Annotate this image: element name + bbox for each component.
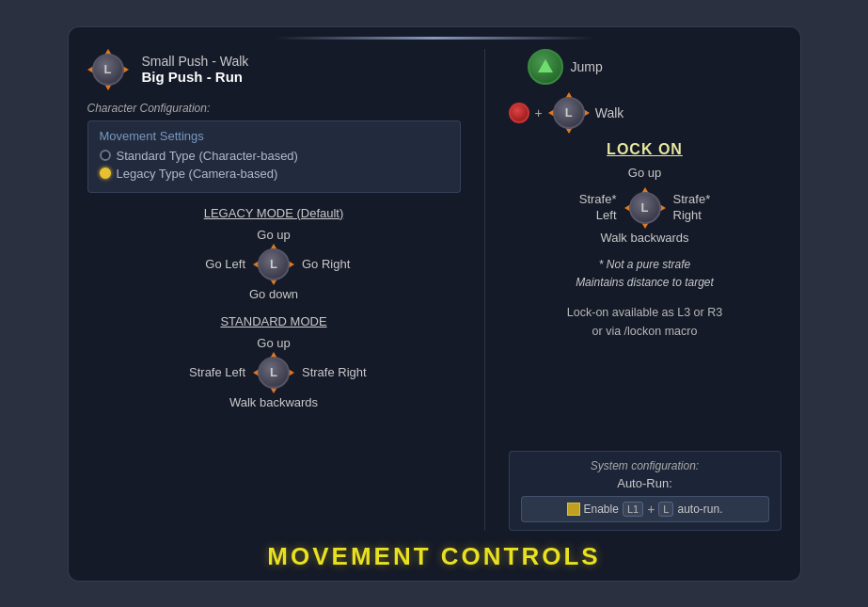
standard-down-row: Walk backwards [229,395,318,409]
auto-run-final-label: auto-run. [677,503,722,516]
lock-strafe-left: Strafe* Left [560,192,617,224]
triangle-icon [538,59,553,72]
stick-icon-standard: L [253,352,294,393]
auto-run-row: Enable L1 + L auto-run. [521,496,769,522]
lock-down-row: Walk backwards [600,231,688,245]
standard-dpad: Go up Strafe Left L St [87,336,461,409]
standard-strafe-left: Strafe Left [180,365,245,379]
jump-button-icon [528,49,563,85]
main-content: L Small Push - Walk Big Push - Run Chara… [69,49,800,531]
legacy-up-row: Go up [257,228,290,242]
main-container: L Small Push - Walk Big Push - Run Chara… [68,26,801,582]
lock-go-up: Go up [509,166,781,180]
movement-settings-box: Movement Settings Standard Type (Charact… [87,120,461,193]
page-title: MOVEMENT CONTROLS [69,531,800,581]
standard-mid-row: Strafe Left L Strafe Right [180,352,368,393]
lock-dpad: Strafe* Left L Strafe* Right [509,187,781,245]
jump-label: Jump [571,59,603,74]
enable-box [567,503,580,516]
auto-run-title: Auto-Run: [521,476,769,490]
legacy-mode-section: LEGACY MODE (Default) Go up Go Left [87,206,461,301]
stick-circle-walk: L [553,97,585,129]
system-config-box: System configuration: Auto-Run: Enable L… [509,451,781,531]
stick-icon-walk: L [548,92,590,134]
char-config: Character Configuration: [87,102,461,115]
movement-settings-title: Movement Settings [100,129,449,143]
legacy-mode-title: LEGACY MODE (Default) [87,206,461,220]
stick-letter-legacy: L [270,257,277,271]
legacy-type-label: Legacy Type (Camera-based) [117,167,278,181]
standard-mode-title: STANDARD MODE [87,314,461,328]
big-push-label: Big Push - Run [142,69,249,85]
stick-circle-standard: L [258,357,290,389]
legacy-down-row: Go down [249,287,298,301]
stick-letter-standard: L [270,365,277,379]
stick-circle-legacy: L [258,248,290,280]
stick-letter-walk: L [565,105,573,120]
enable-label: Enable [584,503,619,516]
legacy-mid-row: Go Left L Go Right [180,244,368,285]
standard-type-label: Standard Type (Character-based) [117,149,298,163]
stick-icon-header: L [87,49,129,90]
lock-mid-row: Strafe* Left L Strafe* Right [560,187,730,229]
stick-circle-header: L [92,54,124,86]
standard-mode-section: STANDARD MODE Go up Strafe Left [87,314,461,409]
legacy-go-left: Go Left [180,257,245,271]
standard-up-row: Go up [257,336,290,350]
top-divider [275,37,594,40]
legacy-go-down: Go down [249,287,298,301]
stick-icon-legacy: L [253,244,294,285]
legacy-go-up: Go up [257,228,290,242]
right-panel: Jump + L Walk LOCK ON [509,49,781,531]
stick-letter-lock: L [641,200,649,215]
standard-strafe-right: Strafe Right [302,365,368,379]
legacy-dpad: Go up Go Left L Go Rig [87,228,461,301]
legacy-go-right: Go Right [302,257,368,271]
sys-config-title: System configuration: [521,459,769,472]
strafe-note: * Not a pure strafe Maintains distance t… [509,256,781,292]
panel-divider [484,49,485,531]
small-push-label: Small Push - Walk [142,54,249,69]
header-row: L Small Push - Walk Big Push - Run [87,49,461,90]
plus-sign-2: + [647,502,655,517]
lock-on-available-note: Lock-on available as L3 or R3 or via /lo… [509,303,781,341]
walk-label: Walk [595,105,624,120]
legacy-radio[interactable] [100,168,111,179]
lock-strafe-right: Strafe* Right [673,192,730,224]
red-circle-icon [509,103,529,123]
walk-row: + L Walk [509,92,781,134]
lock-walk-back: Walk backwards [600,231,688,245]
lock-on-title: LOCK ON [509,141,781,158]
standard-walk-back: Walk backwards [229,395,318,409]
stick-circle-lock: L [629,192,661,224]
legacy-type-option[interactable]: Legacy Type (Camera-based) [100,167,449,181]
jump-row: Jump [528,49,781,85]
stick-icon-lock: L [624,187,666,229]
left-panel: L Small Push - Walk Big Push - Run Chara… [87,49,461,531]
key2: L [658,502,673,517]
standard-go-up: Go up [257,336,290,350]
plus-sign: + [535,105,543,120]
standard-radio[interactable] [100,150,111,161]
header-text: Small Push - Walk Big Push - Run [142,54,249,85]
key1: L1 [623,502,643,517]
standard-type-option[interactable]: Standard Type (Character-based) [100,149,449,163]
stick-letter-header: L [104,62,112,76]
